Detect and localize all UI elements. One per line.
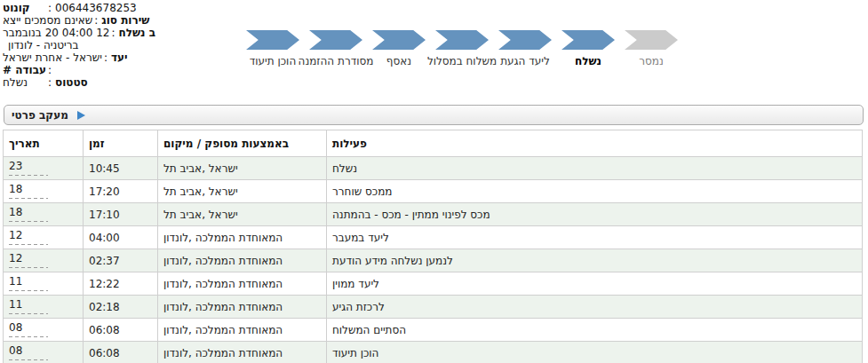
timeline-step-2: ההזמנה מסודרת [309, 30, 362, 50]
text-token: תאריך [9, 138, 40, 150]
date-number: 18 [9, 206, 83, 218]
text-token: שוחרר [332, 185, 362, 198]
text-token: מכס [381, 209, 401, 221]
text-token: 04:00 [62, 27, 93, 39]
text-token: - [374, 209, 378, 221]
text-token: - [405, 209, 409, 221]
timeline-step-6: נשלח [561, 30, 615, 50]
date-dashed-underline [9, 221, 48, 223]
column-header-location: מיקום / מסופק באמצעות [158, 130, 327, 157]
date-dashed-underline [9, 359, 48, 361]
text-token: שירות [121, 14, 149, 27]
text-token: # [3, 64, 12, 76]
info-label-destination[interactable]: יעד [111, 51, 128, 64]
cell-activity: ממוין ליעד [327, 272, 863, 296]
text-token: בריטניה [44, 39, 79, 51]
expand-arrow-icon[interactable] [77, 111, 85, 120]
cell-location: תל אביב, ישראל [158, 203, 327, 226]
cell-location: לונדון, הממלכה המאוחדת [158, 319, 327, 342]
text-token: לרכזת [356, 301, 385, 313]
table-row: 0806:08לונדון, הממלכה המאוחדת המשלוח הסת… [4, 319, 863, 342]
cell-date: 12 [4, 249, 84, 272]
chevron-arrow-icon [246, 30, 299, 50]
cell-date: 08 [4, 342, 84, 363]
text-token: ישראל [3, 51, 32, 64]
text-token: הממלכה [195, 232, 235, 244]
text-token: - [66, 51, 69, 64]
text-token: ממוין [332, 278, 355, 290]
text-token: - [36, 39, 40, 51]
text-token: הוכן [278, 55, 297, 67]
text-token: לנמען [426, 255, 453, 267]
text-token: נאסף [386, 55, 411, 67]
chevron-arrow-icon [435, 30, 489, 50]
date-number: 12 [9, 252, 83, 264]
cell-location: תל אביב, ישראל [158, 157, 327, 180]
date-number: 11 [9, 298, 83, 311]
text-token: ממכס [365, 185, 392, 198]
cell-time: 04:00 [84, 226, 158, 249]
info-row-service-type: ייצא מסמכים שאינם :סוג שירות [3, 14, 243, 27]
text-token: פרטי [12, 109, 36, 122]
cell-location: לונדון, הממלכה המאוחדת [158, 226, 327, 249]
column-header-time: זמן [84, 130, 158, 157]
cell-date: 18 [4, 203, 84, 226]
timeline-step-3: נאסף [372, 30, 426, 50]
text-token: נשלחה [391, 255, 423, 267]
text-token: המאוחדת [239, 347, 283, 359]
info-row-job-number: # עבודה : [3, 64, 243, 76]
cell-time: 02:37 [84, 249, 158, 272]
text-token: ישראל [209, 209, 238, 221]
text-token: בנובמבר [3, 27, 42, 39]
table-row: 0806:08לונדון, הממלכה המאוחדת תיעוד הוכן [4, 342, 863, 363]
text-token: עבודה [15, 64, 46, 76]
colon-separator: : [102, 51, 111, 64]
table-header-row: תאריך זמן מיקום / מסופק באמצעות פעילות [4, 130, 863, 157]
timeline-step-label: נמסר [639, 55, 664, 67]
text-token: הממלכה [195, 324, 235, 336]
text-token: סוג [101, 14, 117, 27]
text-token: ב [149, 27, 155, 39]
text-token: ייצא [3, 14, 21, 27]
date-number: 11 [9, 275, 83, 288]
info-row-status: נשלח :סטטוס [3, 76, 243, 89]
text-token: הסתיים [373, 324, 406, 336]
timeline-step-label: ההזמנה מסודרת [299, 55, 374, 67]
info-label-status: סטטוס [55, 76, 88, 89]
column-header-date[interactable]: תאריך [4, 130, 84, 157]
cell-activity: שוחרר ממכס [327, 180, 863, 203]
text-token: במסלול [427, 55, 463, 67]
text-token: לונדון, [163, 324, 192, 336]
timeline-step-4: במסלול משלוח [435, 30, 489, 50]
colon-separator: : [46, 2, 55, 14]
text-token: אביב, [180, 185, 205, 198]
cell-time: 06:08 [84, 319, 158, 342]
text-token: מכס [470, 209, 490, 221]
tracking-history-table: תאריך זמן מיקום / מסופק באמצעות פעילות 2… [3, 130, 863, 363]
text-token: סטטוס [55, 76, 88, 89]
table-row: 2310:45תל אביב, ישראל נשלח [4, 157, 863, 180]
timeline-step-label: נשלח [575, 55, 601, 67]
colon-separator: : [109, 27, 118, 39]
cell-activity: בהמתנה - מכס - ממתין לפינוי מכס [327, 203, 863, 226]
date-number: 08 [9, 344, 83, 357]
text-token: נמסר [639, 55, 664, 67]
info-value-line2-shipped-on: לונדון - בריטניה [8, 39, 109, 51]
cell-time: 02:18 [84, 296, 158, 319]
table-row: 1817:20תל אביב, ישראל שוחרר ממכס [4, 180, 863, 203]
text-token: / [197, 138, 201, 150]
info-label-job-number: # עבודה [3, 64, 46, 76]
text-token: המשלוח [332, 324, 370, 336]
info-label-service-type: סוג שירות [101, 14, 149, 27]
date-dashed-underline [9, 313, 48, 315]
text-token: נשלח [119, 27, 146, 39]
tracking-details-bar[interactable]: פרטי מעקב [4, 105, 864, 125]
text-token: קונוט [3, 2, 30, 14]
text-token: ממתין [412, 209, 439, 221]
cell-location: לונדון, הממלכה המאוחדת [158, 249, 327, 272]
text-token: אחרת [36, 51, 63, 64]
text-token: מסופק [204, 138, 238, 150]
text-token: לונדון, [163, 301, 192, 313]
date-dashed-underline [9, 244, 48, 246]
text-token: משלוח [466, 55, 498, 67]
